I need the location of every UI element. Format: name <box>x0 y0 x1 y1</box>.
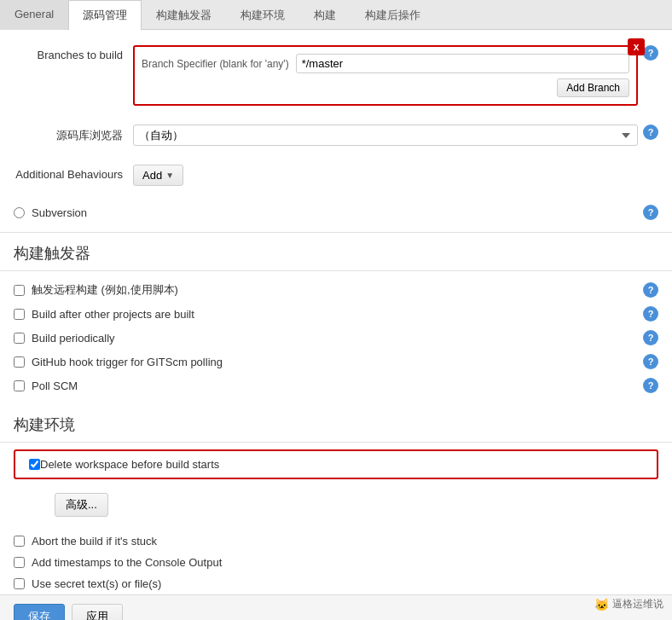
additional-behaviours-control: Add ▼ <box>133 165 658 186</box>
trigger-poll-checkbox[interactable] <box>14 380 25 391</box>
build-env-section: Delete workspace before build starts 高级.… <box>0 449 672 594</box>
trigger-remote-item: 触发远程构建 (例如,使用脚本) ? <box>14 278 658 302</box>
watermark-icon: 🐱 <box>594 598 609 611</box>
watermark: 🐱 逼格运维说 <box>594 597 663 611</box>
tab-post[interactable]: 构建后操作 <box>350 0 435 30</box>
subversion-help-icon[interactable]: ? <box>643 205 658 220</box>
trigger-remote-checkbox[interactable] <box>14 285 25 296</box>
delete-workspace-label[interactable]: Delete workspace before build starts <box>40 458 219 471</box>
tab-build[interactable]: 构建 <box>299 0 350 30</box>
branch-input-row: Branch Specifier (blank for 'any') <box>142 54 629 73</box>
branches-control: x Branch Specifier (blank for 'any') Add… <box>133 45 658 106</box>
tab-triggers[interactable]: 构建触发器 <box>142 0 226 30</box>
trigger-after-help-icon[interactable]: ? <box>643 306 658 322</box>
advanced-button[interactable]: 高级... <box>55 493 108 517</box>
env-secret-item: Use secret text(s) or file(s) <box>0 573 672 594</box>
env-secret-label[interactable]: Use secret text(s) or file(s) <box>32 577 658 590</box>
trigger-periodic-checkbox[interactable] <box>14 333 25 344</box>
env-abort-checkbox[interactable] <box>14 536 25 547</box>
watermark-text: 逼格运维说 <box>612 597 663 611</box>
additional-behaviours-row: Additional Behaviours Add ▼ <box>14 159 658 191</box>
trigger-github-help-icon[interactable]: ? <box>643 354 658 369</box>
env-abort-item: Abort the build if it's stuck <box>0 530 672 552</box>
apply-button[interactable]: 应用 <box>72 604 123 620</box>
trigger-after-item: Build after other projects are built ? <box>14 302 658 326</box>
add-branch-button[interactable]: Add Branch <box>557 78 629 97</box>
env-timestamps-checkbox[interactable] <box>14 557 25 568</box>
branches-label: Branches to build <box>14 45 133 61</box>
delete-workspace-row: Delete workspace before build starts <box>14 449 658 479</box>
trigger-github-label[interactable]: GitHub hook trigger for GITScm polling <box>32 356 643 368</box>
branches-help-icon[interactable]: ? <box>643 45 658 61</box>
source-browser-select[interactable]: （自动） <box>133 125 638 146</box>
trigger-github-checkbox[interactable] <box>14 356 25 368</box>
trigger-poll-item: Poll SCM ? <box>14 374 658 397</box>
trigger-after-label[interactable]: Build after other projects are built <box>32 308 643 321</box>
trigger-remote-label[interactable]: 触发远程构建 (例如,使用脚本) <box>32 282 643 298</box>
source-browser-row: 源码库浏览器 （自动） ? <box>14 119 658 151</box>
additional-behaviours-label: Additional Behaviours <box>14 165 133 181</box>
add-behaviour-arrow-icon: ▼ <box>165 171 174 180</box>
trigger-after-checkbox[interactable] <box>14 309 25 320</box>
trigger-github-item: GitHub hook trigger for GITScm polling ? <box>14 350 658 374</box>
env-secret-checkbox[interactable] <box>14 578 25 589</box>
advanced-container: 高级... <box>0 486 672 530</box>
branches-section: Branches to build x Branch Specifier (bl… <box>0 30 672 233</box>
tab-env[interactable]: 构建环境 <box>226 0 299 30</box>
subversion-radio[interactable] <box>14 207 25 218</box>
trigger-remote-help-icon[interactable]: ? <box>643 282 658 298</box>
trigger-poll-label[interactable]: Poll SCM <box>32 380 643 392</box>
branches-row: Branches to build x Branch Specifier (bl… <box>14 40 658 111</box>
trigger-periodic-item: Build periodically ? <box>14 326 658 350</box>
env-timestamps-label[interactable]: Add timestamps to the Console Output <box>32 556 658 569</box>
build-triggers-heading: 构建触发器 <box>0 233 672 271</box>
tab-general[interactable]: General <box>0 0 68 30</box>
env-timestamps-item: Add timestamps to the Console Output <box>0 552 672 573</box>
subversion-row: Subversion ? <box>14 200 658 222</box>
trigger-periodic-help-icon[interactable]: ? <box>643 330 658 345</box>
source-browser-control: （自动） ? <box>133 125 658 146</box>
delete-workspace-checkbox[interactable] <box>29 459 40 470</box>
branch-delete-button[interactable]: x <box>628 38 645 55</box>
bottom-bar: 保存 应用 <box>0 594 672 620</box>
subversion-label[interactable]: Subversion <box>32 206 87 219</box>
main-content: Branches to build x Branch Specifier (bl… <box>0 30 672 620</box>
trigger-poll-help-icon[interactable]: ? <box>643 378 658 393</box>
build-env-heading: 构建环境 <box>0 404 672 443</box>
branch-specifier-label: Branch Specifier (blank for 'any') <box>142 58 289 70</box>
source-browser-label: 源码库浏览器 <box>14 125 133 143</box>
tab-bar: General 源码管理 构建触发器 构建环境 构建 构建后操作 <box>0 0 672 30</box>
save-button[interactable]: 保存 <box>14 604 65 620</box>
add-behaviour-button[interactable]: Add ▼ <box>133 165 183 186</box>
branch-box: x Branch Specifier (blank for 'any') Add… <box>133 45 638 106</box>
build-triggers-list: 触发远程构建 (例如,使用脚本) ? Build after other pro… <box>0 271 672 404</box>
env-abort-label[interactable]: Abort the build if it's stuck <box>32 535 658 548</box>
branch-specifier-input[interactable] <box>296 54 629 73</box>
tab-source[interactable]: 源码管理 <box>68 0 142 30</box>
source-browser-help-icon[interactable]: ? <box>643 125 658 140</box>
trigger-periodic-label[interactable]: Build periodically <box>32 332 643 345</box>
add-behaviour-label: Add <box>142 169 162 182</box>
